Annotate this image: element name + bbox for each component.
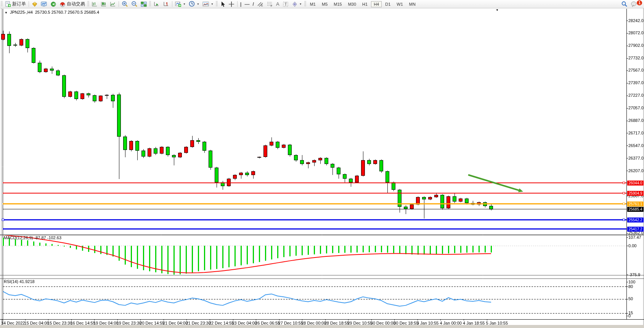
periods-icon — [189, 1, 195, 7]
chart-shift-button[interactable] — [161, 0, 171, 8]
svg-text:T: T — [284, 2, 287, 6]
main-toolbar: 新订单 自动交易 — [0, 0, 644, 8]
chart-ohlc-values: 25730.5 25760.7 25670.5 25685.4 — [35, 10, 99, 14]
timeframe-m30[interactable]: M30 — [345, 1, 359, 7]
toolbar-grip — [87, 1, 89, 7]
timeframe-h1[interactable]: H1 — [360, 1, 370, 7]
chart-window-button[interactable] — [39, 0, 49, 8]
svg-text:F: F — [271, 5, 272, 7]
market-watch-icon — [32, 1, 38, 7]
auto-scroll-button[interactable] — [152, 0, 161, 8]
market-watch-button[interactable] — [30, 0, 39, 8]
vertical-line-button[interactable]: | — [239, 0, 243, 8]
timeframe-h4[interactable]: H4 — [371, 1, 382, 7]
timeframe-w1[interactable]: W1 — [394, 1, 406, 7]
window-menu-arrow-icon[interactable]: ▼ — [496, 8, 499, 12]
toolbar-grip — [1, 1, 3, 7]
bar-chart-button[interactable] — [90, 0, 99, 8]
collapse-triangle-icon[interactable]: ▼ — [5, 11, 8, 14]
chart-canvas[interactable] — [0, 0, 644, 328]
text-label-button[interactable]: T — [281, 0, 290, 8]
trendline-button[interactable]: / — [251, 0, 255, 8]
tile-windows-icon — [141, 1, 147, 7]
template-icon — [202, 1, 209, 7]
auto-trading-label: 自动交易 — [67, 1, 85, 7]
chevron-down-icon: ▼ — [299, 3, 302, 5]
horizontal-line-button[interactable]: — — [243, 0, 251, 8]
toolbar-separator — [29, 1, 29, 7]
zoom-in-button[interactable] — [120, 0, 130, 8]
toolbar-separator — [237, 1, 238, 7]
svg-text:E: E — [261, 4, 263, 7]
cursor-button[interactable] — [218, 0, 227, 8]
timeframe-m15[interactable]: M15 — [331, 1, 344, 7]
indicators-icon — [175, 1, 181, 7]
text-label-icon: T — [283, 1, 289, 7]
toolbar-grip — [304, 1, 306, 7]
zoom-in-icon — [122, 1, 128, 7]
fibonacci-icon: F — [267, 1, 273, 7]
new-order-icon — [5, 1, 11, 7]
trendline-icon: / — [252, 1, 254, 7]
arrows-tool-button[interactable]: ▼ — [290, 0, 304, 8]
line-chart-button[interactable] — [108, 0, 117, 8]
webphone-icon — [50, 1, 56, 7]
chevron-down-icon: ▼ — [211, 3, 214, 5]
timeframe-d1[interactable]: D1 — [382, 1, 393, 7]
fibonacci-button[interactable]: F — [265, 0, 275, 8]
toolbar-separator — [172, 1, 172, 7]
new-order-label: 新订单 — [12, 1, 26, 7]
toolbar-grip — [216, 1, 218, 7]
webphone-button[interactable] — [49, 0, 58, 8]
zoom-out-icon — [131, 1, 138, 7]
periods-button[interactable]: ▼ — [187, 0, 201, 8]
timeframe-m5[interactable]: M5 — [319, 1, 330, 7]
toolbar-grip — [149, 1, 151, 7]
bar-chart-icon — [92, 1, 98, 7]
chevron-down-icon: ▼ — [197, 3, 199, 5]
crosshair-icon — [228, 1, 234, 7]
template-button[interactable]: ▼ — [201, 0, 215, 8]
auto-trading-button[interactable]: 自动交易 — [58, 0, 87, 8]
toolbar-separator — [119, 1, 119, 7]
chart-title: ▼JPN225-,H4 25730.5 25760.7 25670.5 2568… — [5, 10, 99, 14]
candlestick-chart-button[interactable] — [99, 0, 108, 8]
tile-windows-button[interactable] — [139, 0, 148, 8]
mt4-terminal-window: 新订单 自动交易 — [0, 0, 644, 328]
chart-shift-icon — [163, 1, 169, 7]
text-button[interactable]: A — [275, 0, 281, 8]
cursor-icon — [220, 1, 225, 7]
notification-badge[interactable]: 1 — [637, 0, 642, 5]
timeframe-m1[interactable]: M1 — [307, 1, 318, 7]
search-button[interactable] — [620, 0, 629, 8]
arrows-icon — [292, 1, 298, 7]
chart-window-icon — [41, 1, 47, 7]
crosshair-button[interactable] — [227, 0, 236, 8]
auto-trading-icon — [59, 1, 66, 7]
zoom-out-button[interactable] — [130, 0, 139, 8]
new-order-button[interactable]: 新订单 — [3, 0, 27, 8]
search-icon — [621, 1, 628, 7]
horizontal-line-icon: — — [244, 1, 249, 7]
chat-icon — [631, 1, 637, 7]
channel-icon: E — [257, 1, 263, 7]
equidistant-channel-button[interactable]: E — [255, 0, 265, 8]
line-chart-icon — [110, 1, 116, 7]
auto-scroll-icon — [153, 1, 160, 7]
indicators-button[interactable]: ▼ — [173, 0, 187, 8]
candlestick-chart-icon — [101, 1, 107, 7]
chevron-down-icon: ▼ — [183, 3, 186, 5]
text-icon: A — [276, 1, 279, 7]
chart-symbol-period: JPN225-,H4 — [10, 10, 33, 14]
vertical-line-icon: | — [240, 1, 242, 7]
timeframe-mn[interactable]: MN — [406, 1, 418, 7]
